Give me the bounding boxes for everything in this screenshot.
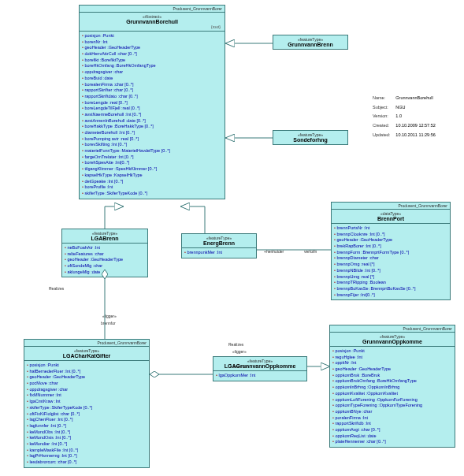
class-role: {root} bbox=[81, 24, 223, 29]
class-title: LGAGrunnvannOppkomme bbox=[215, 363, 305, 369]
class-title: BrennPort bbox=[333, 216, 448, 221]
meta-updated-label: Updated: bbox=[372, 132, 393, 139]
attr-item: borehSpesAtte :Int[0..*] bbox=[82, 160, 222, 166]
class-title: LGABrenn bbox=[64, 236, 146, 241]
attr-item: skiferType :SkiferTypeKode [0..*] bbox=[27, 405, 147, 411]
attr-item: relteFeatures :char bbox=[65, 251, 145, 258]
class-lga-brenn[interactable]: «featureType» LGABrenn neBoFoahAtr :Intr… bbox=[61, 229, 148, 277]
attr-list: neBoFoahAtr :IntrelteFeatures :chargeoHe… bbox=[62, 244, 147, 277]
class-header: «featureType» Sondeforhng bbox=[273, 131, 347, 144]
attr-item: poralenFirma :Int bbox=[332, 415, 452, 422]
attr-item: brennpOmg :real [*] bbox=[334, 262, 447, 268]
attr-item: brennpunkMer :Int bbox=[184, 250, 254, 256]
attr-item: brennpUmg :real [*] bbox=[334, 274, 447, 281]
pkg-label: Produsent_GrunnvannBorer bbox=[332, 203, 450, 210]
class-brenn-port[interactable]: Produsent_GrunnvannBorer «dataType» Bren… bbox=[331, 202, 451, 300]
class-grunnvann-brenn[interactable]: «featureType» GrunnvannBrenn bbox=[273, 35, 348, 50]
class-header: «featureType» GrunnvannOppkomme bbox=[330, 333, 455, 347]
attr-item: keMondObs :Int [0..*] bbox=[27, 430, 147, 436]
attr-item: fixMNummer :Int bbox=[27, 392, 147, 399]
attr-item: posisjon :Punkt bbox=[27, 363, 147, 369]
attr-item: rapportSkriftdato :char [0..*] bbox=[82, 94, 222, 100]
attr-list: posisjon :PunkthafBernederFluer :Int [0.… bbox=[24, 361, 149, 467]
class-title: GrunnvannOppkomme bbox=[332, 339, 453, 344]
attr-item: plateHennemer :char [0..*] bbox=[332, 439, 452, 445]
attr-item: kampleMaskFile :Int [0..*] bbox=[27, 448, 147, 454]
label-ligger: «ligger» bbox=[102, 314, 117, 318]
class-sondeforhng[interactable]: «featureType» Sondeforhng bbox=[273, 130, 348, 145]
attr-list: brennpunkMer :Int bbox=[182, 248, 256, 258]
attr-item: dokHenvAttrColl :char [0..*] bbox=[82, 51, 222, 58]
attr-item: brennpBoKasSe :BrennprtBoKasSe [0..*] bbox=[334, 286, 447, 292]
attr-item: lgaOppkomMer :Int bbox=[216, 373, 304, 379]
attr-item: oppkomBruk :BoreBruk bbox=[332, 373, 452, 379]
pkg-label: Produsent_GrunnvannBorer bbox=[24, 340, 149, 347]
attr-item: materielFunnType :MaterielHavdelType [0.… bbox=[82, 148, 222, 154]
attr-item: boreLengde :real [0..*] bbox=[82, 100, 222, 106]
attr-item: avstAnnenInBorehull :date [0..*] bbox=[82, 118, 222, 125]
pkg-label: Produsent_GrunnvannBorer bbox=[330, 325, 455, 333]
attr-item: oppdragsgiver :char bbox=[27, 387, 147, 393]
class-title: Sondeforhng bbox=[275, 137, 346, 143]
attr-item: borenNr :Int bbox=[82, 39, 222, 46]
class-lga-oppkomme[interactable]: «featureType» LGAGrunnvannOppkomme lgaOp… bbox=[213, 356, 307, 381]
attr-item: oppkomReqList :date bbox=[332, 433, 452, 440]
meta-name-label: Name: bbox=[372, 95, 393, 102]
attr-item: avstNaermeBorehull :Int [0..*] bbox=[82, 112, 222, 118]
label-brennfor: brennfor bbox=[101, 321, 116, 325]
class-lga-kartgifter[interactable]: Produsent_GrunnvannBorer «featureType» L… bbox=[24, 339, 150, 468]
attr-item: rapportSkriftdb :Int bbox=[332, 421, 452, 427]
attr-item: lagChenFluer :Int [0..*] bbox=[27, 417, 147, 423]
attr-item: borePumping avtr :real [0..*] bbox=[82, 136, 222, 143]
attr-item: brennpNBilde :Int [0..*] bbox=[334, 268, 447, 274]
attr-item: lgaCmtKraw :Int bbox=[27, 399, 147, 405]
attr-item: brennpClooknre :Int [0..*] bbox=[334, 232, 447, 238]
attr-item: boreBuid :date bbox=[82, 76, 222, 82]
attr-item: oppkNr :Int bbox=[332, 360, 452, 366]
class-header: «featureType» GrunnvannBrenn bbox=[273, 35, 347, 49]
attr-item: fargeOmTrelater :Int [0..*] bbox=[82, 154, 222, 161]
attr-item: oppkomBrukOmfang :BoreHkOmfangType bbox=[332, 378, 452, 385]
label-verfolfn: verfolfn bbox=[304, 249, 317, 254]
meta-subject-label: Subject: bbox=[372, 104, 393, 112]
attr-item: keMondOsis :Int [0..*] bbox=[27, 435, 147, 441]
class-energi-brenn[interactable]: «featureType» EnergBrenn brennpunkMer :I… bbox=[181, 233, 257, 258]
class-header: «featureType» EnergBrenn bbox=[182, 234, 256, 248]
attr-item: aklungeMlg :date bbox=[65, 270, 145, 276]
attr-item: oppdragsgiver :char bbox=[82, 69, 222, 76]
attr-item: brennpForm :BrennprtFormType [0..*] bbox=[334, 250, 447, 256]
class-header: «featureType» LGACharKatGifter bbox=[24, 347, 149, 361]
metadata-panel: Name:GrunnvannBorehull Subject:NGU Versi… bbox=[370, 93, 438, 140]
attr-item: geoHeader :GeoHeaderType bbox=[332, 366, 452, 373]
attr-item: lagfunnfer :Int [0..*] bbox=[27, 423, 147, 430]
attr-item: borevSkifting :Int [0..*] bbox=[82, 142, 222, 148]
meta-name-value: GrunnvannBorehull bbox=[395, 95, 436, 102]
attr-item: oppkomKvalitet :OppkomKvalitet bbox=[332, 391, 452, 397]
metadata-table: Name:GrunnvannBorehull Subject:NGU Versi… bbox=[370, 93, 438, 140]
meta-version-label: Version: bbox=[372, 113, 393, 121]
class-grunnvann-oppkomme[interactable]: Produsent_GrunnvannBorer «featureType» G… bbox=[329, 325, 455, 448]
label-henholder: +henholder bbox=[264, 249, 284, 254]
attr-item: boreLengdeTilFjell :real [0..*] bbox=[82, 106, 222, 112]
attr-item: detGpeake :Int [0..*] bbox=[82, 179, 222, 185]
attr-list: posisjon :PunktreguHglee :IntoppkNr :Int… bbox=[330, 347, 455, 447]
attr-item: tilgangKlimmer :SpesHkKlimmer [0..*] bbox=[82, 166, 222, 173]
attr-item: geoHeader :GeoHeaderType bbox=[27, 374, 147, 381]
pkg-label: Produsent_GrunnvannBorer bbox=[80, 6, 225, 13]
attr-item: oppkomAvgt :char [0..*] bbox=[332, 427, 452, 433]
class-grunnvann-borehull[interactable]: Produsent_GrunnvannBorer «Abstract» Grun… bbox=[79, 5, 225, 199]
attr-item: geoHeader :GeoHeaderType bbox=[65, 257, 145, 263]
attr-item: brekRapBorer :Int [0..*] bbox=[334, 244, 447, 250]
attr-item: reguHglee :Int bbox=[332, 355, 452, 361]
meta-subject-value: NGU bbox=[395, 104, 436, 112]
class-title: EnergBrenn bbox=[184, 240, 254, 246]
label-realizes-2: Realizes bbox=[228, 342, 243, 347]
class-title: GrunnvannBrenn bbox=[275, 42, 346, 47]
attr-item: geoHeader :GeoHeaderType bbox=[82, 45, 222, 51]
attr-item: oppkomInBrhng :OppkomInBrhng bbox=[332, 385, 452, 391]
class-header: «featureType» LGAGrunnvannOppkomme bbox=[213, 357, 306, 371]
attr-list: lgaOppkomMer :Int bbox=[213, 371, 306, 381]
attr-item: geoHeader :GeoHeaderType bbox=[334, 237, 447, 244]
attr-item: boreProfile :Int bbox=[82, 184, 222, 191]
attr-item: brennpFijer :Int[0..*] bbox=[334, 292, 447, 299]
